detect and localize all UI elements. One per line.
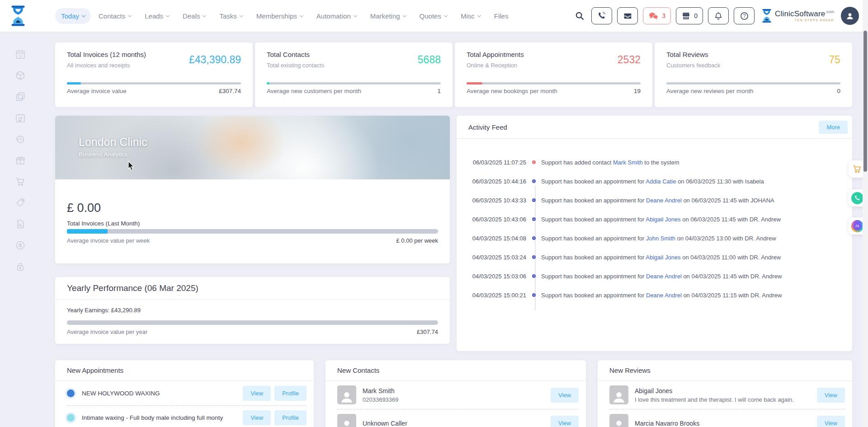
review-row: Abigail Jones I love this treatment and … [609, 381, 845, 409]
clinicsoftware-logo[interactable]: ClinicSoftware.com TEN STEPS AHEAD [761, 9, 834, 23]
page-scrollbar[interactable] [863, 0, 868, 427]
contact-link[interactable]: Mark Smith [613, 159, 643, 166]
calendar-icon[interactable]: 12 [15, 49, 26, 60]
view-button[interactable]: View [551, 388, 579, 403]
progress-track [67, 229, 438, 234]
nav-misc[interactable]: Misc [455, 8, 486, 24]
tag-icon[interactable] [15, 197, 26, 208]
activity-dot-icon [532, 255, 536, 259]
new-reviews-card: New Reviews Abigail Jones I love this tr… [598, 360, 852, 427]
more-button[interactable]: More [819, 121, 848, 134]
chevron-down-icon [300, 13, 303, 17]
contact-link[interactable]: Deane Andrel [646, 273, 682, 280]
nav-contacts[interactable]: Contacts [93, 8, 137, 24]
view-button[interactable]: View [817, 388, 845, 403]
contact-row: Unknown Caller View [337, 409, 579, 427]
contact-link[interactable]: Addia Catie [646, 178, 676, 185]
card-subtitle: Total existing contacts [267, 62, 441, 69]
nav-leads[interactable]: Leads [139, 8, 175, 24]
activity-dot-icon [532, 274, 536, 278]
progress-track [467, 82, 641, 84]
search-icon[interactable] [573, 11, 586, 21]
profile-button[interactable]: Profile [274, 410, 307, 425]
profile-button[interactable]: Profile [274, 386, 307, 401]
contact-link[interactable]: Deane Andrel [646, 197, 682, 204]
chat-button[interactable]: 3 [643, 7, 671, 24]
chevron-down-icon [166, 13, 170, 17]
hourglass-logo-icon [10, 5, 26, 27]
progress-track [267, 82, 441, 84]
nav-tasks[interactable]: Tasks [213, 8, 248, 24]
view-button[interactable]: View [551, 416, 579, 427]
chevron-down-icon [203, 13, 206, 17]
contact-phone: 02033693369 [363, 396, 542, 403]
activity-row: 04/03/2025 15:03:06 Support has booked a… [457, 267, 852, 286]
nav-label: Leads [145, 12, 163, 20]
nav-files[interactable]: Files [488, 8, 514, 24]
lock-icon[interactable] [15, 261, 26, 272]
account-privacy-icon[interactable] [15, 240, 26, 251]
clinic-banner-photo[interactable]: London Clinic Business Analytics [55, 116, 450, 179]
user-avatar-button[interactable] [841, 7, 859, 25]
package-icon[interactable] [15, 70, 26, 81]
nav-label: Quotes [420, 12, 441, 20]
user-icon [845, 11, 855, 21]
nav-quotes[interactable]: Quotes [414, 8, 453, 24]
top-bar: Today Contacts Leads Deals Tasks Members… [0, 0, 868, 32]
footer-value: £307.74 [219, 88, 241, 94]
contact-link[interactable]: Abigail Jones [646, 216, 680, 223]
nav-today[interactable]: Today [55, 8, 91, 24]
review-text: I love this treatment and the therapist.… [635, 396, 809, 403]
progress-track [666, 82, 840, 84]
contact-link[interactable]: Deane Andrel [646, 292, 682, 299]
activity-row: 06/03/2025 11:07:25 Support has added co… [457, 153, 852, 172]
nav-marketing[interactable]: Marketing [364, 8, 412, 24]
svg-text:?: ? [743, 14, 745, 19]
whatsapp-icon [851, 192, 863, 204]
bell-icon [714, 11, 723, 21]
progress-fill [267, 82, 269, 84]
view-button[interactable]: View [243, 386, 271, 401]
total-reviews-card: Total Reviews Customers feedback 75 Aver… [655, 42, 852, 107]
contact-link[interactable]: Abigail Jones [646, 254, 680, 261]
notifications-button[interactable] [708, 7, 729, 24]
activity-timestamp: 04/03/2025 15:03:06 [468, 273, 526, 280]
gift-icon[interactable] [15, 155, 26, 166]
card-title: Total Contacts [267, 51, 441, 58]
phone-button[interactable] [591, 7, 612, 24]
activity-dot-icon [532, 160, 536, 164]
clinic-name: London Clinic [79, 136, 147, 149]
phone-icon [597, 11, 606, 20]
help-button[interactable]: ? [734, 7, 755, 24]
view-button[interactable]: View [817, 416, 845, 427]
dashboard-content: Total Invoices (12 months) All invoices … [41, 32, 868, 427]
app-logo[interactable] [10, 5, 42, 27]
total-contacts-card: Total Contacts Total existing contacts 5… [255, 42, 453, 107]
chat-bubbles-icon [648, 11, 659, 20]
activity-row: 06/03/2025 10:43:06 Support has booked a… [457, 210, 852, 229]
last-month-amount: £ 0.00 [67, 201, 101, 215]
cart-icon [852, 164, 862, 174]
nav-deals[interactable]: Deals [177, 8, 212, 24]
nav-memberships[interactable]: Memberships [250, 8, 309, 24]
activity-timestamp: 06/03/2025 10:44:16 [468, 178, 526, 185]
scrollbar-thumb[interactable] [863, 31, 867, 172]
avatar [609, 414, 628, 427]
history-icon[interactable] [15, 134, 26, 145]
brand-tagline: TEN STEPS AHEAD [775, 19, 834, 22]
cart-icon[interactable] [15, 176, 26, 187]
view-button[interactable]: View [243, 410, 271, 425]
store-button[interactable]: 0 [676, 7, 703, 24]
nav-label: Misc [461, 12, 475, 20]
contact-link[interactable]: John Smith [646, 235, 675, 242]
calendar-sync-icon[interactable] [15, 113, 26, 123]
reviewer-name: Marcia Navarro Brooks [635, 420, 809, 427]
activity-dot-icon [532, 217, 536, 221]
inbox-button[interactable] [617, 7, 638, 24]
activity-row: 04/03/2025 15:04:08 Support has booked a… [457, 229, 852, 248]
nav-automation[interactable]: Automation [311, 8, 363, 24]
layers-icon[interactable] [15, 91, 26, 102]
report-icon[interactable] [15, 219, 26, 230]
avatar [337, 414, 356, 427]
clinic-banner-card: London Clinic Business Analytics £ 0.00 … [55, 116, 450, 263]
